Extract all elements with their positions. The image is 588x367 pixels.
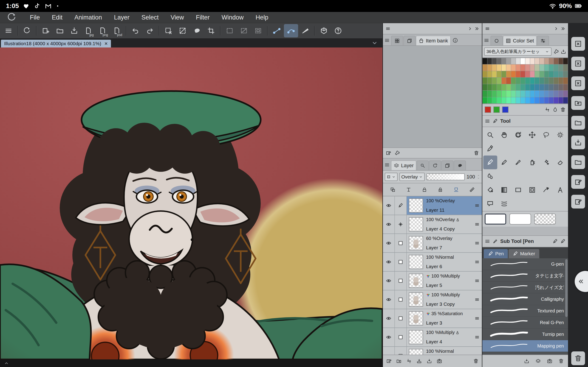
blend-mode-dropdown[interactable]: Overlay bbox=[399, 173, 425, 181]
color-swatch[interactable] bbox=[492, 97, 497, 103]
opacity-slider[interactable] bbox=[426, 173, 465, 180]
color-swatch[interactable] bbox=[530, 58, 535, 64]
collapse-all-panels-icon[interactable] bbox=[474, 26, 480, 31]
tab-history[interactable] bbox=[404, 36, 415, 45]
color-swatch[interactable] bbox=[540, 91, 544, 97]
subtool-item[interactable]: タテじま文字ペン/境界線無し/解像 bbox=[482, 270, 568, 282]
layer-visibility-toggle[interactable] bbox=[383, 215, 395, 234]
layer-visibility-toggle[interactable] bbox=[383, 234, 395, 252]
color-swatch[interactable] bbox=[483, 97, 487, 103]
layer-gizmo[interactable] bbox=[395, 196, 407, 215]
color-swatch[interactable] bbox=[554, 58, 558, 64]
correct-line-tool[interactable] bbox=[539, 183, 553, 197]
clip-studio-logo-icon[interactable] bbox=[7, 12, 17, 23]
color-swatch[interactable] bbox=[511, 65, 516, 71]
color-swatch[interactable] bbox=[511, 58, 516, 64]
duplicate-sub-tool-icon[interactable] bbox=[536, 358, 541, 364]
import-icon[interactable] bbox=[426, 358, 432, 364]
decoration-tool[interactable] bbox=[539, 156, 553, 169]
frame-border-tool[interactable] bbox=[525, 183, 539, 197]
auto-select-tool[interactable] bbox=[553, 128, 567, 142]
layer-row-menu[interactable] bbox=[472, 347, 482, 355]
color-swatch[interactable] bbox=[559, 58, 563, 64]
quick-panel-1[interactable] bbox=[571, 37, 585, 51]
color-swatch[interactable] bbox=[525, 91, 530, 97]
sub-tool-tab-pen[interactable]: Pen bbox=[484, 249, 508, 258]
color-swatch[interactable] bbox=[506, 84, 511, 90]
color-swatch[interactable] bbox=[540, 84, 544, 90]
ruler-icon[interactable] bbox=[469, 187, 475, 192]
redo-button[interactable] bbox=[143, 24, 157, 37]
color-swatch[interactable] bbox=[516, 77, 520, 84]
layer-row[interactable]: 35 %Saturation Layer 3 bbox=[383, 309, 482, 328]
opacity-stepper[interactable] bbox=[477, 174, 480, 179]
color-swatch[interactable] bbox=[530, 65, 535, 71]
color-swatch[interactable] bbox=[559, 77, 563, 84]
quick-panel-7[interactable] bbox=[571, 155, 585, 169]
transparent-color-swatch[interactable] bbox=[534, 214, 556, 225]
color-swatch[interactable] bbox=[516, 58, 520, 64]
layer-visibility-toggle[interactable] bbox=[383, 272, 395, 290]
layer-gizmo[interactable] bbox=[395, 309, 407, 327]
export-png-button[interactable]: png bbox=[95, 24, 110, 37]
layer-visibility-toggle[interactable] bbox=[383, 309, 395, 327]
quick-color-swatch[interactable] bbox=[485, 106, 491, 113]
color-swatch[interactable] bbox=[497, 71, 502, 77]
color-swatch[interactable] bbox=[535, 71, 539, 77]
color-swatch[interactable] bbox=[530, 84, 535, 90]
tab-color-wheel[interactable] bbox=[491, 36, 502, 45]
tab-layer-property[interactable] bbox=[429, 161, 441, 170]
color-swatch[interactable] bbox=[563, 58, 568, 64]
quick-panel-4[interactable] bbox=[571, 96, 585, 110]
delete-sub-tool-icon[interactable] bbox=[558, 358, 564, 364]
canvas-viewport[interactable] bbox=[0, 48, 382, 359]
airbrush-tool[interactable] bbox=[525, 156, 539, 169]
tab-list-chevron-icon[interactable] bbox=[371, 39, 378, 47]
tab-color-set[interactable]: Color Set bbox=[503, 36, 536, 45]
help-button[interactable] bbox=[331, 24, 345, 37]
color-swatch[interactable] bbox=[559, 97, 563, 103]
color-swatch[interactable] bbox=[487, 71, 492, 77]
collapse-panel-icon[interactable] bbox=[553, 26, 559, 31]
color-swatch[interactable] bbox=[544, 71, 549, 77]
layer-visibility-toggle[interactable] bbox=[383, 290, 395, 309]
color-swatch[interactable] bbox=[511, 71, 516, 77]
color-swatch[interactable] bbox=[520, 71, 525, 77]
color-swatch[interactable] bbox=[497, 84, 502, 90]
layer-gizmo[interactable] bbox=[395, 215, 407, 234]
layer-row[interactable]: 100 %Multiply Layer 5 bbox=[383, 272, 482, 290]
color-swatch[interactable] bbox=[544, 97, 549, 103]
color-swatch[interactable] bbox=[544, 58, 549, 64]
color-swatch[interactable] bbox=[559, 65, 563, 71]
color-swatch[interactable] bbox=[511, 84, 516, 90]
color-swatch[interactable] bbox=[535, 84, 539, 90]
layer-gizmo[interactable] bbox=[395, 347, 407, 355]
brush-tool[interactable] bbox=[511, 156, 525, 169]
layer-thumbnail[interactable] bbox=[407, 196, 425, 215]
color-swatch[interactable] bbox=[549, 77, 553, 84]
add-item-icon[interactable] bbox=[386, 150, 391, 156]
color-swatch[interactable] bbox=[563, 97, 568, 103]
marquee-frame-button[interactable] bbox=[251, 24, 265, 37]
color-set-preset-dropdown[interactable]: 36色入色鉛筆風カラーセッ bbox=[484, 48, 552, 56]
tab-animation-cels[interactable] bbox=[441, 161, 453, 170]
color-swatch[interactable] bbox=[487, 84, 492, 90]
color-swatch[interactable] bbox=[525, 77, 530, 84]
quick-panel-2[interactable] bbox=[571, 57, 585, 70]
edit-color-set-icon[interactable] bbox=[553, 49, 559, 54]
fill-tool[interactable] bbox=[483, 183, 497, 197]
open-file-button[interactable] bbox=[53, 24, 67, 37]
color-swatch[interactable] bbox=[559, 84, 563, 90]
new-layer-icon[interactable] bbox=[386, 358, 392, 364]
document-tab[interactable]: Illustration18 (4000 x 4000px 600dpi 109… bbox=[1, 40, 111, 48]
color-swatch[interactable] bbox=[540, 65, 544, 71]
subtool-item[interactable]: Calligraphy bbox=[482, 293, 568, 305]
gradient-tool[interactable] bbox=[497, 183, 511, 197]
lock-layer-icon[interactable] bbox=[422, 187, 427, 192]
fill-selection-button[interactable] bbox=[190, 24, 204, 37]
color-swatch[interactable] bbox=[492, 77, 497, 84]
subtool-item[interactable]: Real G-Pen bbox=[482, 317, 568, 328]
layer-gizmo[interactable] bbox=[395, 253, 407, 271]
color-swatch[interactable] bbox=[520, 91, 525, 97]
color-swatch[interactable] bbox=[483, 84, 487, 90]
